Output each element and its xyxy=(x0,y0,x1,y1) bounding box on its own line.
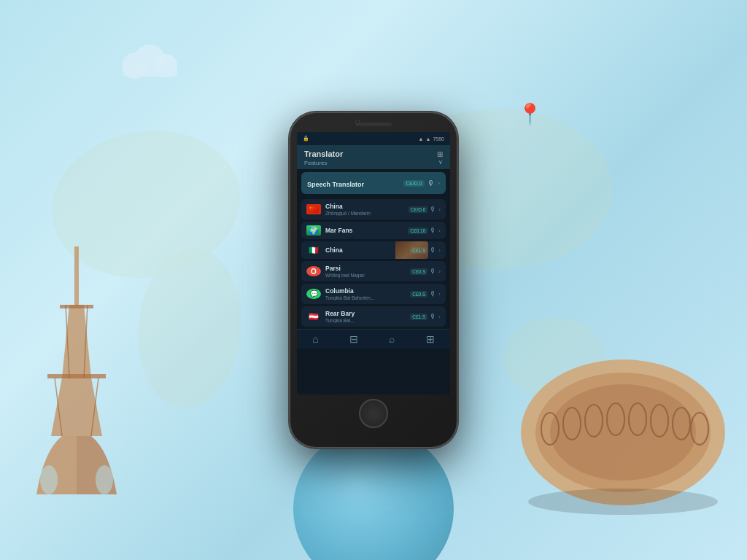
flag-china: 🇨🇳 xyxy=(306,204,321,214)
bottom-nav: ⌂ ⊟ ⌕ ⊞ xyxy=(297,329,450,349)
svg-point-30 xyxy=(528,489,718,515)
featured-label-group: Speech Translator xyxy=(307,176,364,190)
featured-actions: C£/D.0 🎙 › xyxy=(403,179,440,187)
phone-screen: 🔒 ▲ ▲ 7580 Translator ⊞ Features ∨ xyxy=(297,132,450,394)
app-title: Translator xyxy=(304,149,343,158)
featured-arrow-icon: › xyxy=(438,180,440,187)
mic-icon: 🎙 xyxy=(427,179,435,187)
flag-italy: 🇮🇹 xyxy=(306,245,321,255)
flag-parsi: O xyxy=(306,266,321,276)
item-sub-parsi: Writing bad Nagari xyxy=(325,273,406,278)
eiffel-tower xyxy=(22,232,131,509)
nav-home[interactable]: ⌂ xyxy=(312,333,318,345)
mic-small-icon6: 🎙 xyxy=(430,313,436,320)
nav-list[interactable]: ⊟ xyxy=(349,333,358,345)
featured-item[interactable]: Speech Translator C£/D.0 🎙 › xyxy=(301,172,446,194)
nav-grid[interactable]: ⊞ xyxy=(426,333,435,345)
status-right: ▲ ▲ 7580 xyxy=(419,136,444,141)
app-header: Translator ⊞ Features ∨ xyxy=(297,145,450,169)
svg-rect-14 xyxy=(60,305,93,308)
list-item[interactable]: 🇮🇹 China C£1.S 🎙 › xyxy=(301,241,446,259)
arrow-icon4: › xyxy=(438,268,441,275)
mic-small-icon: 🎙 xyxy=(430,206,436,213)
item-info-china: China Zhōngguó / Mandarin xyxy=(325,203,404,216)
item-right-columbia: C£0.S 🎙 › xyxy=(410,290,441,298)
map-pin-icon: 📍 xyxy=(517,102,543,126)
mic-small-icon3: 🎙 xyxy=(430,246,436,254)
arrow-icon2: › xyxy=(438,228,441,234)
item-right-china2: C£1.S 🎙 › xyxy=(410,246,441,254)
list-item[interactable]: 🇦🇹 Rear Bary Tungkia Bal... C£1.S 🎙 › xyxy=(301,306,446,327)
chevron-down-icon[interactable]: ∨ xyxy=(438,159,443,166)
list-item[interactable]: O Parsi Writing bad Nagari C£0.S 🎙 › xyxy=(301,261,446,281)
featured-badge: C£/D.0 xyxy=(403,180,425,187)
item-name-rearbary: Rear Bary xyxy=(325,310,406,317)
home-button[interactable] xyxy=(359,399,388,428)
item-info-columbia: Columbia Tungkia Bal Bafunten... xyxy=(325,287,406,300)
app-title-row: Translator ⊞ xyxy=(304,149,443,158)
item-badge-marfans: C£0.10 xyxy=(408,228,427,234)
item-right-parsi: C£0.S 🎙 › xyxy=(410,268,441,275)
phone: 🔒 ▲ ▲ 7580 Translator ⊞ Features ∨ xyxy=(290,112,457,448)
svg-rect-12 xyxy=(74,246,79,305)
camera-dot xyxy=(355,120,360,124)
flag-columbia: 💬 xyxy=(306,289,321,299)
item-name-columbia: Columbia xyxy=(325,287,406,295)
colosseum xyxy=(514,330,732,520)
app-subtitle: Features xyxy=(304,160,328,166)
status-bar: 🔒 ▲ ▲ 7580 xyxy=(297,132,450,145)
item-name-parsi: Parsi xyxy=(325,265,406,272)
mic-small-icon4: 🎙 xyxy=(430,268,436,275)
svg-rect-13 xyxy=(47,374,106,378)
list-container: 🇨🇳 China Zhōngguó / Mandarin C£/D.0 🎙 › … xyxy=(297,197,450,329)
item-sub-columbia: Tungkia Bal Bafunten... xyxy=(325,295,406,300)
nav-search[interactable]: ⌕ xyxy=(389,333,395,345)
item-badge-china: C£/D.0 xyxy=(409,206,427,213)
item-badge-rearbary: C£1.S xyxy=(410,314,427,320)
item-info-china2: China xyxy=(325,246,406,254)
svg-point-11 xyxy=(96,465,113,494)
arrow-icon: › xyxy=(438,206,441,213)
cloud xyxy=(117,40,182,80)
arrow-icon6: › xyxy=(438,314,441,320)
item-info-rearbary: Rear Bary Tungkia Bal... xyxy=(325,310,406,323)
item-name-china2: China xyxy=(325,246,406,254)
list-item[interactable]: 🇨🇳 China Zhōngguó / Mandarin C£/D.0 🎙 › xyxy=(301,199,446,219)
app-header-icon: ⊞ xyxy=(437,150,443,158)
item-badge-columbia: C£0.S xyxy=(410,291,427,298)
item-badge-parsi: C£0.S xyxy=(410,268,427,275)
item-sub-china: Zhōngguó / Mandarin xyxy=(325,211,404,216)
arrow-icon3: › xyxy=(438,247,441,254)
wifi-icon: ▲ xyxy=(425,136,430,141)
battery-icon: 7580 xyxy=(433,136,444,141)
item-name-china: China xyxy=(325,203,404,210)
item-name-marfans: Mar Fans xyxy=(325,227,403,234)
status-left: 🔒 xyxy=(303,136,309,141)
item-right-rearbary: C£1.S 🎙 › xyxy=(410,313,441,320)
flag-marfans: 🌍 xyxy=(306,225,321,236)
featured-label: Speech Translator xyxy=(307,181,364,188)
phone-outer: 🔒 ▲ ▲ 7580 Translator ⊞ Features ∨ xyxy=(290,112,457,448)
item-right-marfans: C£0.10 🎙 › xyxy=(408,227,441,234)
list-item[interactable]: 💬 Columbia Tungkia Bal Bafunten... C£0.S… xyxy=(301,284,446,304)
item-badge-china2: C£1.S xyxy=(410,247,427,254)
speaker xyxy=(355,122,392,126)
item-info-parsi: Parsi Writing bad Nagari xyxy=(325,265,406,278)
mic-small-icon5: 🎙 xyxy=(430,290,436,298)
signal-icon: ▲ xyxy=(419,136,424,141)
item-right-china: C£/D.0 🎙 › xyxy=(409,206,441,213)
mic-small-icon2: 🎙 xyxy=(430,227,436,234)
svg-rect-9 xyxy=(123,66,177,77)
flag-austria: 🇦🇹 xyxy=(306,311,321,322)
item-info-marfans: Mar Fans xyxy=(325,227,403,234)
svg-point-10 xyxy=(40,465,58,494)
list-item[interactable]: 🌍 Mar Fans C£0.10 🎙 › xyxy=(301,222,446,239)
item-sub-rearbary: Tungkia Bal... xyxy=(325,318,406,323)
arrow-icon5: › xyxy=(438,291,441,298)
